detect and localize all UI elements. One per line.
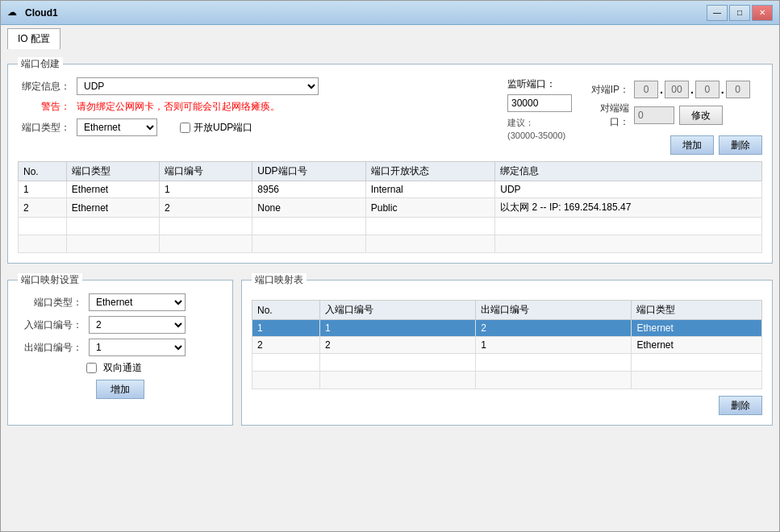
pmc-port-type-label: 端口类型：: [18, 296, 82, 310]
ip-part-2[interactable]: [665, 81, 689, 98]
port-mapping-table-group: 端口映射表 No. 入端口编号 出端口编号 端口类型: [241, 280, 773, 426]
pmc-port-type-select[interactable]: Ethernet Serial: [89, 293, 186, 311]
warning-text: 请勿绑定公网网卡，否则可能会引起网络瘫痪。: [77, 100, 280, 114]
empty-cell: [19, 235, 67, 253]
empty-cell: [476, 372, 632, 389]
col-port-type: 端口类型: [66, 162, 159, 181]
empty-cell: [252, 218, 365, 235]
app-icon: ☁: [7, 6, 20, 19]
add-button[interactable]: 增加: [670, 135, 714, 155]
header-area: 绑定信息： UDP TCP 以太网 1 以太网 2 警告：: [18, 77, 762, 155]
port-creation-content: 绑定信息： UDP TCP 以太网 1 以太网 2 警告：: [8, 64, 772, 263]
binding-label: 绑定信息：: [18, 80, 70, 94]
listen-port-label: 监听端口：: [507, 77, 572, 91]
empty-cell: [319, 372, 475, 389]
suggestion-value: (30000-35000): [507, 131, 565, 140]
pmc-in-port-row: 入端口编号： 1 2 3: [18, 316, 223, 334]
pmc-out-port-row: 出端口编号： 1 2 3: [18, 339, 223, 356]
peer-port-input[interactable]: [634, 106, 674, 124]
ip-dot-1: .: [660, 83, 663, 96]
empty-cell: [495, 235, 762, 253]
open-udp-row: 开放UDP端口: [180, 121, 252, 135]
port-type-row: 端口类型： Ethernet Serial 开放UDP端口: [18, 118, 494, 136]
cell-open-status: Public: [365, 198, 495, 218]
cell-open-status: Internal: [365, 181, 495, 198]
col-udp-port: UDP端口号: [252, 162, 365, 181]
open-udp-label: 开放UDP端口: [194, 121, 252, 135]
peer-ip-label: 对端IP：: [585, 83, 629, 97]
mapping-table: No. 入端口编号 出端口编号 端口类型 1 1 2 Ether: [252, 300, 762, 389]
mt-col-type: 端口类型: [632, 301, 762, 320]
empty-cell: [632, 372, 762, 389]
title-buttons: — □ ✕: [707, 5, 773, 21]
suggestion-label: 建议：: [507, 118, 534, 127]
mt-cell-in: 2: [319, 337, 475, 354]
title-bar-left: ☁ Cloud1: [7, 6, 58, 19]
empty-cell: [252, 354, 320, 372]
col-no: No.: [19, 162, 67, 181]
delete-button[interactable]: 删除: [719, 135, 762, 155]
col-open-status: 端口开放状态: [365, 162, 495, 181]
main-content: 端口创建 绑定信息： UDP TCP 以太网 1 以太网 2: [1, 49, 779, 531]
mt-delete-button[interactable]: 删除: [719, 396, 762, 415]
bottom-sections: 端口映射设置 端口类型： Ethernet Serial 入端口编号： 1 2: [7, 272, 773, 434]
ip-part-4[interactable]: [726, 81, 750, 98]
mapping-table-row-selected[interactable]: 1 1 2 Ethernet: [252, 320, 762, 337]
pmc-add-button[interactable]: 增加: [96, 380, 144, 399]
warning-row: 警告： 请勿绑定公网网卡，否则可能会引起网络瘫痪。: [18, 100, 494, 114]
empty-cell: [160, 235, 252, 253]
empty-cell: [632, 354, 762, 372]
port-mapping-config-group: 端口映射设置 端口类型： Ethernet Serial 入端口编号： 1 2: [7, 280, 233, 426]
window-title: Cloud1: [25, 7, 58, 19]
col-port-no: 端口编号: [160, 162, 252, 181]
mt-cell-no: 1: [252, 320, 320, 337]
maximize-button[interactable]: □: [729, 5, 750, 21]
ip-part-1[interactable]: [634, 81, 658, 98]
mt-cell-out: 1: [476, 337, 632, 354]
open-udp-checkbox[interactable]: [180, 123, 190, 133]
mt-delete-row: 删除: [252, 396, 762, 415]
minimize-button[interactable]: —: [707, 5, 728, 21]
pmc-out-port-label: 出端口编号：: [18, 341, 82, 355]
pmc-in-port-select[interactable]: 1 2 3: [89, 316, 186, 334]
pmc-in-port-label: 入端口编号：: [18, 318, 82, 332]
main-window: ☁ Cloud1 — □ ✕ IO 配置 端口创建 绑定信息：: [0, 0, 780, 532]
empty-cell: [19, 218, 67, 235]
cell-port-no: 2: [160, 198, 252, 218]
ip-inputs: . . .: [634, 81, 750, 98]
title-bar: ☁ Cloud1 — □ ✕: [1, 1, 779, 25]
pmc-port-type-row: 端口类型： Ethernet Serial: [18, 293, 223, 311]
empty-cell: [495, 218, 762, 235]
bidirectional-checkbox[interactable]: [86, 363, 97, 373]
port-type-select[interactable]: Ethernet Serial: [77, 118, 157, 136]
empty-cell: [252, 235, 365, 253]
port-type-label: 端口类型：: [18, 121, 70, 135]
warning-label: 警告：: [18, 100, 70, 114]
table-row[interactable]: 2 Ethernet 2 None Public 以太网 2 -- IP: 16…: [19, 198, 762, 218]
mapping-table-row[interactable]: 2 2 1 Ethernet: [252, 337, 762, 354]
ip-dot-3: .: [721, 83, 724, 96]
left-config: 绑定信息： UDP TCP 以太网 1 以太网 2 警告：: [18, 77, 494, 155]
binding-select[interactable]: UDP TCP 以太网 1 以太网 2: [77, 77, 319, 95]
cell-udp-port: None: [252, 198, 365, 218]
table-row[interactable]: 1 Ethernet 1 8956 Internal UDP: [19, 181, 762, 198]
cell-port-type: Ethernet: [66, 181, 159, 198]
ip-part-3[interactable]: [695, 81, 720, 98]
cell-binding: 以太网 2 -- IP: 169.254.185.47: [495, 198, 762, 218]
peer-ip-row: 对端IP： . . .: [585, 81, 762, 98]
tab-io-config[interactable]: IO 配置: [7, 28, 60, 49]
port-mapping-table-title: 端口映射表: [252, 273, 307, 287]
empty-cell: [160, 218, 252, 235]
cell-udp-port: 8956: [252, 181, 365, 198]
empty-cell: [252, 372, 320, 389]
right-config: 对端IP： . . . 对端: [585, 77, 762, 155]
mt-row-empty: [252, 354, 762, 372]
modify-button[interactable]: 修改: [679, 106, 723, 125]
peer-port-row: 对端端口： 修改: [585, 102, 762, 129]
cell-binding: UDP: [495, 181, 762, 198]
listen-port-input[interactable]: [507, 94, 572, 112]
pmc-out-port-select[interactable]: 1 2 3: [89, 339, 186, 356]
close-button[interactable]: ✕: [752, 5, 773, 21]
port-creation-group: 端口创建 绑定信息： UDP TCP 以太网 1 以太网 2: [7, 64, 773, 264]
port-creation-table: No. 端口类型 端口编号 UDP端口号 端口开放状态 绑定信息 1 Ether…: [18, 161, 762, 253]
